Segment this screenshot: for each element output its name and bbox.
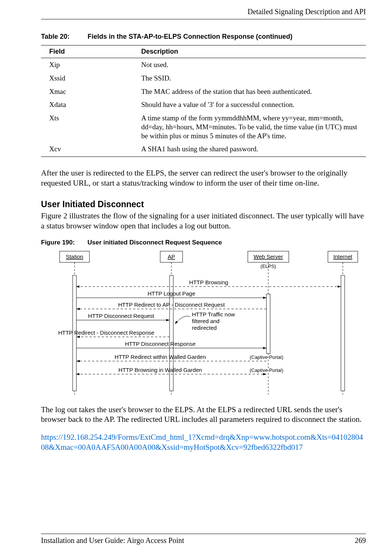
label-captive-2: (Captive Portal)	[250, 367, 283, 373]
page-footer: Installation and User Guide: Airgo Acces…	[41, 534, 366, 545]
table-row: Xip Not used.	[41, 58, 366, 72]
label-captive-1: (Captive Portal)	[250, 354, 283, 360]
label-disc-request: HTTP Disconnect Request	[88, 313, 154, 319]
section-heading: User Initiated Disconnect	[41, 199, 366, 209]
sequence-diagram: Station AP Web Server (ELPS) Internet	[41, 249, 365, 400]
table-caption: Table 20: Fields in the STA-AP-to-ELPS C…	[41, 33, 366, 41]
body-paragraph: The log out takes the user's browser to …	[41, 405, 366, 425]
footer-page-number: 269	[355, 536, 366, 545]
col-header-field: Field	[41, 45, 133, 58]
table-number: Table 20:	[41, 33, 86, 41]
note-traffic-l1: HTTP Traffic now	[192, 311, 235, 318]
col-header-desc: Description	[133, 45, 366, 58]
note-traffic-l2: filtered and	[192, 318, 219, 324]
svg-text:Station: Station	[66, 253, 83, 260]
cell-field: Xip	[41, 58, 133, 72]
svg-text:Web Server: Web Server	[254, 253, 283, 260]
cell-field: Xcv	[41, 142, 133, 157]
table-row: Xts A time stamp of the form yymmddhhMM,…	[41, 111, 366, 142]
label-redirect-wg: HTTP Redirect within Walled Garden	[114, 354, 206, 360]
figure-title: User initiated Disconnect Request Sequen…	[88, 239, 222, 246]
svg-text:AP: AP	[168, 253, 175, 260]
activation-internet	[341, 275, 345, 391]
table-title: Fields in the STA-AP-to-ELPS Connection …	[88, 33, 293, 40]
running-header: Detailed Signaling Description and API	[41, 7, 366, 19]
cell-desc: A time stamp of the form yymmddhhMM, whe…	[133, 111, 366, 142]
cell-field: Xmac	[41, 85, 133, 98]
cell-desc: Should have a value of '3' for a success…	[133, 98, 366, 111]
cell-field: Xts	[41, 111, 133, 142]
label-logout-page: HTTP Logout Page	[148, 290, 195, 297]
label-redirect-ap: HTTP Redirect to AP - Disconnect Request	[118, 301, 225, 308]
label-redirect-resp: HTTP Redirect - Disconnect Response	[58, 329, 154, 336]
table-header-row: Field Description	[41, 45, 366, 58]
cell-desc: Not used.	[133, 58, 366, 72]
body-paragraph: After the user is redirected to the ELPS…	[41, 168, 366, 188]
label-http-browsing: HTTP Browsing	[189, 279, 228, 285]
cell-desc: The MAC address of the station that has …	[133, 85, 366, 98]
example-url: https://192.168.254.249/Forms/ExtCmd_htm…	[41, 432, 366, 452]
cell-desc: The SSID.	[133, 72, 366, 85]
cell-field: Xssid	[41, 72, 133, 85]
figure-number: Figure 190:	[41, 239, 86, 246]
note-arrow	[175, 316, 190, 324]
table-row: Xdata Should have a value of '3' for a s…	[41, 98, 366, 111]
label-browse-wg: HTTP Browsing in Walled Garden	[118, 367, 202, 373]
cell-desc: A SHA1 hash using the shared password.	[133, 142, 366, 157]
table-row: Xcv A SHA1 hash using the shared passwor…	[41, 142, 366, 157]
table-row: Xmac The MAC address of the station that…	[41, 85, 366, 98]
body-paragraph: Figure 2 illustrates the flow of the sig…	[41, 211, 366, 231]
label-disc-response: HTTP Disconnect Response	[125, 341, 196, 347]
activation-webserver	[266, 294, 270, 354]
figure-caption: Figure 190: User initiated Disconnect Re…	[41, 239, 366, 246]
table-row: Xssid The SSID.	[41, 72, 366, 85]
note-traffic-l3: redirected	[192, 325, 217, 331]
svg-text:Internet: Internet	[333, 253, 353, 260]
footer-title: Installation and User Guide: Airgo Acces…	[41, 536, 184, 545]
fields-table: Field Description Xip Not used. Xssid Th…	[41, 45, 366, 157]
cell-field: Xdata	[41, 98, 133, 111]
